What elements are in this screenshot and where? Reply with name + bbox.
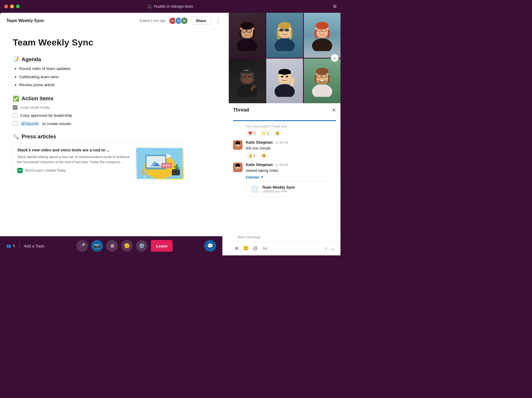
article-source-text: TechCrunch | Added Today <box>25 168 66 172</box>
star-emoji: ⭐ <box>262 131 266 135</box>
svg-point-87 <box>236 167 237 167</box>
svg-point-45 <box>316 22 329 29</box>
video-grid: › <box>229 13 340 103</box>
canvas-header: Team Weekly Sync Edited 2 min ago K J M … <box>0 13 229 29</box>
svg-point-81 <box>236 144 237 145</box>
svg-point-88 <box>239 167 240 167</box>
svg-point-64 <box>286 76 288 77</box>
svg-point-78 <box>234 147 242 150</box>
star-count: 2 <box>267 131 269 135</box>
svg-rect-66 <box>279 71 291 74</box>
message-group-1: Katie Stiegman 11:30 AM brb one minute 👍… <box>233 140 336 158</box>
action-items-section: ✅ Action items ✓ Copy draft ready Copy a… <box>13 96 216 126</box>
settings-button[interactable]: ⚙️ <box>136 240 148 252</box>
canvas-reference-card[interactable]: 📄 Team Weekly Sync Updated just now <box>246 181 336 197</box>
action-item-text: Copy draft ready <box>20 105 50 110</box>
video-cell-1 <box>229 13 265 58</box>
reaction-smile[interactable]: 😄 <box>273 130 282 136</box>
thumbnail-art <box>137 148 182 179</box>
emoji-picker-button[interactable]: 🙂 <box>241 244 250 252</box>
thread-messages: You rock pedro! Thank you. ❤️ 3 ⭐ 2 😄 <box>229 117 340 229</box>
prior-message-text: You rock pedro! Thank you. <box>246 124 336 128</box>
screen-share-button[interactable]: 🖥 <box>106 240 118 252</box>
video-cell-6 <box>304 59 340 103</box>
message-text: brb one minute <box>246 146 336 151</box>
participants-button[interactable]: 👥 5 <box>6 244 15 248</box>
message-input-placeholder: New message <box>237 235 332 239</box>
svg-point-9 <box>163 165 165 166</box>
action-item-text: to create visuals <box>42 121 71 126</box>
input-toolbar: ⊕ 🙂 @ ➤ ⌄ <box>233 244 336 252</box>
svg-rect-20 <box>174 169 177 170</box>
emoji-button[interactable]: 😊 <box>121 240 133 252</box>
list-item: Review press article <box>19 82 216 88</box>
smile2-emoji: 😄 <box>262 154 266 157</box>
mention-jasonk[interactable]: @JasonK <box>20 121 40 126</box>
minimize-window-button[interactable] <box>10 5 14 8</box>
close-window-button[interactable] <box>4 5 8 8</box>
chat-button[interactable]: 💬 <box>204 240 216 252</box>
list-item[interactable]: Copy approved by leadership <box>13 113 216 118</box>
message-author: Katie Stiegman <box>246 140 273 144</box>
agenda-emoji: 📝 <box>13 56 19 63</box>
more-options-button[interactable]: ⋮ <box>214 16 222 25</box>
message-reactions: 👍 1 😄 <box>246 153 336 158</box>
message-text-input[interactable] <box>260 246 323 251</box>
checkbox-checked[interactable]: ✓ <box>13 105 18 110</box>
video-next-button[interactable]: › <box>331 54 338 62</box>
svg-line-36 <box>290 34 290 38</box>
article-source: TC TechCrunch | Added Today <box>17 168 132 173</box>
message-text-2: started taking notes <box>246 168 336 173</box>
svg-rect-59 <box>251 88 253 91</box>
svg-point-84 <box>234 169 242 172</box>
checkbox-unchecked[interactable] <box>13 121 18 126</box>
svg-point-11 <box>168 165 170 166</box>
canvas-caret-icon: ▼ <box>261 175 264 179</box>
more-input-options-button[interactable]: ⌄ <box>329 244 336 252</box>
gear-icon: ⚙️ <box>139 243 145 249</box>
list-item: Celebrating team wins <box>19 74 216 80</box>
msg-header-2: Katie Stiegman 11:30 AM <box>246 163 336 167</box>
article-description: Slack started talking about a new set of… <box>17 154 132 165</box>
video-cell-2 <box>266 13 303 58</box>
controls-center: 🎤 📷 🖥 😊 ⚙️ Leave <box>49 240 200 252</box>
checkbox-unchecked[interactable] <box>13 113 18 118</box>
svg-point-82 <box>239 144 240 145</box>
thumbs-emoji: 👍 <box>248 154 252 157</box>
mute-button[interactable]: 🎤 <box>76 240 88 252</box>
participants-icon: 👥 <box>6 244 11 248</box>
send-button[interactable]: ➤ <box>324 245 328 251</box>
canvas-ref-info: Team Weekly Sync Updated just now <box>262 185 332 193</box>
canvas-ref-title: Team Weekly Sync <box>262 185 332 189</box>
mention-button[interactable]: @ <box>251 244 259 252</box>
leave-button[interactable]: Leave <box>151 240 173 252</box>
svg-point-57 <box>244 76 246 77</box>
document-title: Team Weekly Sync <box>13 37 216 48</box>
video-button[interactable]: 📷 <box>91 240 103 252</box>
thread-input-area: New message ⊕ 🙂 @ ➤ ⌄ <box>229 229 340 255</box>
reaction-smile-2[interactable]: 😄 <box>259 153 268 158</box>
canvas-label: Canvas <box>246 175 259 179</box>
add-topic-button[interactable]: Add a Topic <box>24 244 45 248</box>
agenda-list: Round robin of team updates Celebrating … <box>19 66 216 88</box>
reaction-thumbs[interactable]: 👍 1 <box>246 153 258 158</box>
svg-point-29 <box>275 38 295 51</box>
list-item: Round robin of team updates <box>19 66 216 72</box>
share-button[interactable]: Share <box>191 17 211 25</box>
smile-emoji: 😄 <box>275 131 280 135</box>
close-thread-button[interactable]: ✕ <box>332 107 336 113</box>
reaction-heart[interactable]: ❤️ 3 <box>246 130 258 136</box>
list-item[interactable]: @JasonK to create visuals <box>13 121 216 126</box>
maximize-window-button[interactable] <box>16 5 20 8</box>
video-cell-5 <box>266 59 303 103</box>
list-item[interactable]: ✓ Copy draft ready <box>13 105 216 110</box>
window-title: Huddle in #design-team <box>154 4 193 9</box>
title-bar-center: 🎧 Huddle in #design-team <box>147 4 193 9</box>
article-title: Slack's new video and voice tools are a … <box>17 148 132 152</box>
article-card[interactable]: Slack's new video and voice tools are a … <box>13 143 188 184</box>
window-controls <box>4 5 20 8</box>
avatar-3: M <box>181 17 188 24</box>
add-attachment-button[interactable]: ⊕ <box>233 244 240 252</box>
message-group-2: Katie Stiegman 11:30 AM started taking n… <box>233 163 336 197</box>
reaction-star[interactable]: ⭐ 2 <box>259 130 271 136</box>
